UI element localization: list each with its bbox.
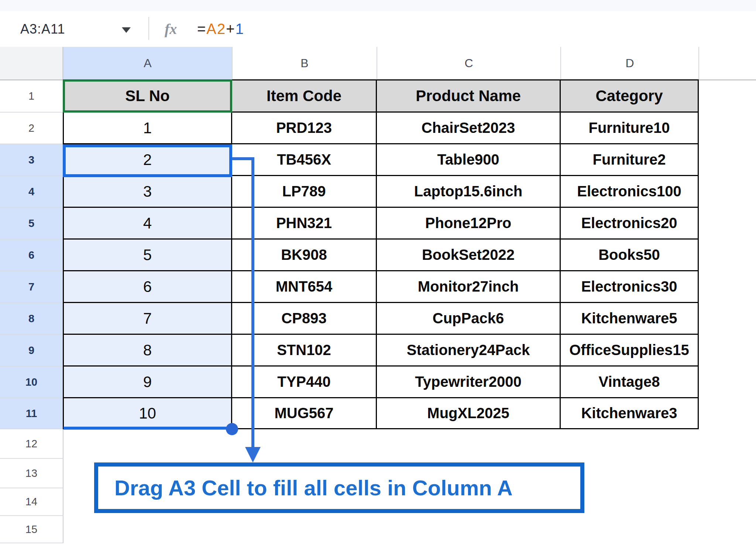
row-header-7[interactable]: 7 (0, 271, 63, 303)
formula-number: 1 (236, 21, 244, 37)
cell-D5[interactable]: Electronics20 (561, 208, 699, 240)
cell-B6[interactable]: BK908 (232, 240, 377, 271)
row-header-2[interactable]: 2 (0, 113, 63, 144)
row-header-strip: 123456789101112131415 (0, 80, 63, 543)
formula-bar: A3:A11 fx = A2 + 1 (0, 11, 756, 47)
row-header-9[interactable]: 9 (0, 335, 63, 367)
cell-A7[interactable]: 6 (64, 271, 232, 303)
column-header-D[interactable]: D (560, 47, 698, 79)
row-header-10[interactable]: 10 (0, 367, 63, 398)
row-header-15[interactable]: 15 (0, 516, 63, 543)
cell-C3[interactable]: Table900 (377, 144, 561, 176)
row-header-1[interactable]: 1 (0, 80, 63, 113)
cell-D3[interactable]: Furniture2 (561, 144, 699, 176)
name-box-value: A3:A11 (20, 11, 65, 47)
row-header-3[interactable]: 3 (0, 144, 63, 176)
header-cell-sl-no[interactable]: SL No (64, 80, 232, 113)
cell-D9[interactable]: OfficeSupplies15 (561, 335, 699, 367)
cell-B10[interactable]: TYP440 (232, 367, 377, 398)
annotation-text: Drag A3 Cell to fill all cells in Column… (114, 475, 513, 500)
annotation-callout: Drag A3 Cell to fill all cells in Column… (94, 462, 584, 513)
divider (148, 17, 149, 40)
cell-C7[interactable]: Monitor27inch (377, 271, 561, 303)
cell-C4[interactable]: Laptop15.6inch (377, 176, 561, 208)
cell-D2[interactable]: Furniture10 (561, 113, 699, 144)
cell-D8[interactable]: Kitchenware5 (561, 303, 699, 335)
header-cell-product-name[interactable]: Product Name (377, 80, 561, 113)
cell-A10[interactable]: 9 (64, 367, 232, 398)
fill-handle[interactable] (226, 423, 238, 435)
cell-A6[interactable]: 5 (64, 240, 232, 271)
cell-B7[interactable]: MNT654 (232, 271, 377, 303)
formula-equals: = (197, 21, 206, 37)
cell-C5[interactable]: Phone12Pro (377, 208, 561, 240)
fx-icon: fx (165, 11, 177, 47)
row-header-8[interactable]: 8 (0, 303, 63, 335)
drag-arrow-head-icon (245, 447, 261, 462)
cell-D10[interactable]: Vintage8 (561, 367, 699, 398)
cell-B8[interactable]: CP893 (232, 303, 377, 335)
column-header-e[interactable] (698, 47, 756, 79)
cell-B11[interactable]: MUG567 (232, 398, 377, 429)
cell-D11[interactable]: Kitchenware3 (561, 398, 699, 429)
cell-C6[interactable]: BookSet2022 (377, 240, 561, 271)
cell-B3[interactable]: TB456X (232, 144, 377, 176)
formula-input[interactable]: = A2 + 1 (197, 11, 244, 47)
formula-operator: + (226, 21, 235, 37)
row-header-14[interactable]: 14 (0, 488, 63, 516)
name-box[interactable]: A3:A11 (0, 11, 148, 47)
cell-D7[interactable]: Electronics30 (561, 271, 699, 303)
cell-C10[interactable]: Typewriter2000 (377, 367, 561, 398)
formula-cell-ref: A2 (206, 21, 226, 37)
row-header-4[interactable]: 4 (0, 176, 63, 208)
spreadsheet-app: A3:A11 fx = A2 + 1 ABCD 1234567891011121… (0, 0, 756, 547)
cell-C8[interactable]: CupPack6 (377, 303, 561, 335)
cell-D6[interactable]: Books50 (561, 240, 699, 271)
column-header-A[interactable]: A (63, 47, 232, 79)
row-header-11[interactable]: 11 (0, 398, 63, 429)
row-header-5[interactable]: 5 (0, 208, 63, 240)
cell-A9[interactable]: 8 (64, 335, 232, 367)
row-header-13[interactable]: 13 (0, 459, 63, 488)
cell-A2[interactable]: 1 (64, 113, 232, 144)
header-cell-category[interactable]: Category (561, 80, 699, 113)
chevron-down-icon[interactable] (122, 27, 131, 33)
row-header-6[interactable]: 6 (0, 240, 63, 271)
cell-A11[interactable]: 10 (64, 398, 232, 429)
cell-A4[interactable]: 3 (64, 176, 232, 208)
cell-A8[interactable]: 7 (64, 303, 232, 335)
cell-D4[interactable]: Electronics100 (561, 176, 699, 208)
row-header-12[interactable]: 12 (0, 429, 63, 459)
cell-B2[interactable]: PRD123 (232, 113, 377, 144)
header-cell-item-code[interactable]: Item Code (232, 80, 377, 113)
column-header-C[interactable]: C (377, 47, 560, 79)
column-header-B[interactable]: B (232, 47, 377, 79)
data-table: SL NoItem CodeProduct NameCategory1PRD12… (63, 79, 699, 429)
cell-B5[interactable]: PHN321 (232, 208, 377, 240)
cell-A3[interactable]: 2 (64, 144, 232, 176)
cell-C11[interactable]: MugXL2025 (377, 398, 561, 429)
column-header-strip: ABCD (0, 47, 756, 80)
cell-C2[interactable]: ChairSet2023 (377, 113, 561, 144)
cell-A5[interactable]: 4 (64, 208, 232, 240)
cell-C9[interactable]: Stationery24Pack (377, 335, 561, 367)
toolbar-strip (0, 0, 756, 11)
select-all-corner[interactable] (0, 47, 63, 79)
cell-B9[interactable]: STN102 (232, 335, 377, 367)
cell-B4[interactable]: LP789 (232, 176, 377, 208)
